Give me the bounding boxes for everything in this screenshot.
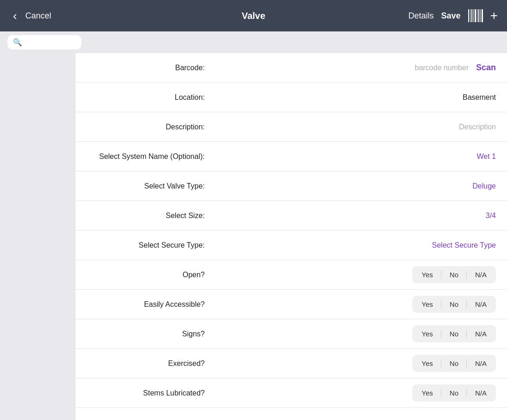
form-label-secureType: Select Secure Type: <box>86 241 216 250</box>
seg-wrapper-signs: YesNoN/A <box>216 325 496 342</box>
form-label-description: Description: <box>86 123 216 131</box>
svg-rect-7 <box>480 9 481 22</box>
svg-rect-0 <box>468 9 469 22</box>
form-label-exercised: Exercised? <box>86 359 216 368</box>
scan-button[interactable]: Scan <box>476 63 496 73</box>
form-label-valveType: Select Valve Type: <box>86 182 216 190</box>
form-value-valveType[interactable]: Deluge <box>216 182 496 190</box>
seg-wrapper-open: YesNoN/A <box>216 266 496 283</box>
seg-wrapper-exercised: YesNoN/A <box>216 355 496 372</box>
seg-btn-signs-yes[interactable]: Yes <box>413 326 441 341</box>
segmented-signs: YesNoN/A <box>412 325 496 342</box>
seg-btn-accessible-n-a[interactable]: N/A <box>467 297 495 312</box>
seg-btn-accessible-no[interactable]: No <box>441 297 467 312</box>
segmented-exercised: YesNoN/A <box>412 355 496 372</box>
form-label-open: Open? <box>86 271 216 279</box>
form-label-barcode: Barcode: <box>86 64 216 72</box>
seg-wrapper-stemsLubricated: YesNoN/A <box>216 384 496 402</box>
form-value-description[interactable]: Description <box>216 123 496 131</box>
seg-btn-exercised-n-a[interactable]: N/A <box>467 356 495 371</box>
form-value-size[interactable]: 3/4 <box>216 212 496 220</box>
barcode-value-area: barcode numberScan <box>216 63 496 73</box>
segmented-open: YesNoN/A <box>412 266 496 283</box>
segmented-stemsLubricated: YesNoN/A <box>412 384 496 402</box>
barcode-placeholder: barcode number <box>415 64 469 72</box>
svg-rect-3 <box>473 9 474 22</box>
form-row-exercised: Exercised?YesNoN/A <box>75 349 507 378</box>
seg-btn-stemsLubricated-no[interactable]: No <box>441 385 467 401</box>
form-value-secureType[interactable]: Select Secure Type <box>216 241 496 250</box>
svg-rect-2 <box>471 9 472 22</box>
form-row-description: Description:Description <box>75 112 507 142</box>
details-button[interactable]: Details <box>409 11 434 21</box>
search-icon: 🔍 <box>13 38 22 47</box>
form-label-signs: Signs? <box>86 330 216 338</box>
form-label-accessible: Easily Accessible? <box>86 300 216 309</box>
page-title: Valve <box>242 11 265 21</box>
form-value-systemName[interactable]: Wet 1 <box>216 152 496 161</box>
form-panel: Barcode:barcode numberScanLocation:Basem… <box>75 53 507 420</box>
seg-btn-stemsLubricated-n-a[interactable]: N/A <box>467 385 495 401</box>
seg-btn-open-yes[interactable]: Yes <box>413 267 441 282</box>
add-button[interactable]: + <box>490 8 498 23</box>
seg-btn-open-no[interactable]: No <box>441 267 467 282</box>
svg-rect-5 <box>477 9 477 22</box>
seg-btn-signs-n-a[interactable]: N/A <box>467 326 495 341</box>
save-button[interactable]: Save <box>441 11 461 21</box>
svg-rect-8 <box>482 9 483 22</box>
form-value-location[interactable]: Basement <box>216 93 496 102</box>
form-row-location: Location:Basement <box>75 83 507 112</box>
barcode-icon[interactable] <box>468 9 483 22</box>
form-row-stemsLubricated: Stems Lubricated?YesNoN/A <box>75 378 507 408</box>
form-label-location: Location: <box>86 93 216 102</box>
form-row-secureType: Select Secure Type:Select Secure Type <box>75 231 507 260</box>
top-bar-left: ‹ Cancel <box>9 7 83 25</box>
main-content: Barcode:barcode numberScanLocation:Basem… <box>0 53 507 420</box>
search-input-wrap: 🔍 <box>7 35 81 49</box>
svg-rect-4 <box>475 9 476 22</box>
top-bar-right: Details Save + <box>424 8 498 23</box>
form-row-barcode: Barcode:barcode numberScan <box>75 53 507 83</box>
search-area: 🔍 <box>0 31 507 53</box>
back-button[interactable]: ‹ <box>9 7 21 25</box>
form-row-systemName: Select System Name (Optional):Wet 1 <box>75 142 507 171</box>
seg-btn-signs-no[interactable]: No <box>441 326 467 341</box>
seg-btn-stemsLubricated-yes[interactable]: Yes <box>413 385 441 401</box>
form-label-systemName: Select System Name (Optional): <box>86 152 216 161</box>
form-label-size: Select Size: <box>86 212 216 220</box>
form-row-open: Open?YesNoN/A <box>75 260 507 290</box>
seg-btn-accessible-yes[interactable]: Yes <box>413 297 441 312</box>
seg-btn-exercised-no[interactable]: No <box>441 356 467 371</box>
form-row-accessible: Easily Accessible?YesNoN/A <box>75 290 507 319</box>
cancel-button[interactable]: Cancel <box>25 11 51 21</box>
form-row-signs: Signs?YesNoN/A <box>75 319 507 349</box>
form-row-valveType: Select Valve Type:Deluge <box>75 171 507 201</box>
svg-rect-1 <box>470 9 470 22</box>
form-label-stemsLubricated: Stems Lubricated? <box>86 389 216 397</box>
form-row-size: Select Size:3/4 <box>75 201 507 231</box>
svg-rect-6 <box>478 9 479 22</box>
segmented-accessible: YesNoN/A <box>412 296 496 313</box>
seg-btn-open-n-a[interactable]: N/A <box>467 267 495 282</box>
seg-btn-exercised-yes[interactable]: Yes <box>413 356 441 371</box>
top-bar: ‹ Cancel Valve Details Save + <box>0 0 507 31</box>
top-bar-center: Valve <box>83 11 424 21</box>
sidebar <box>0 53 75 420</box>
seg-wrapper-accessible: YesNoN/A <box>216 296 496 313</box>
